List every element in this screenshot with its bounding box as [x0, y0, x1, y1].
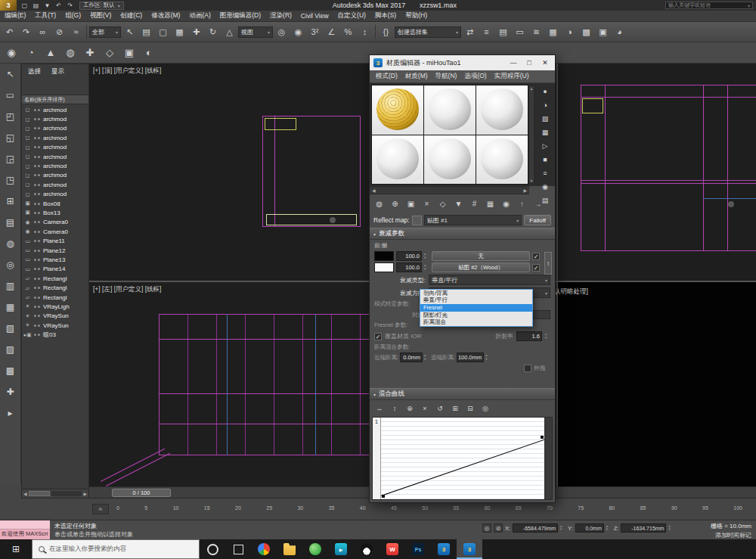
visibility-dots-icon[interactable] [34, 212, 41, 214]
visibility-dots-icon[interactable] [34, 165, 41, 167]
side-color-swatch[interactable] [374, 262, 394, 272]
menu-item[interactable]: 选项(O) [460, 72, 490, 81]
sample-tool-icon[interactable]: ▤ [538, 194, 552, 206]
scene-object-row[interactable]: ▭ Plane14 [22, 265, 88, 274]
swap-colors-button[interactable]: ↕ [544, 252, 552, 275]
viewport-label-left[interactable]: [+] [左] [用户定义] [线框] [93, 285, 161, 294]
extra-toolbar-icon[interactable]: ▣ [120, 44, 138, 62]
far-distance-field[interactable]: 100.0mm [457, 352, 484, 362]
scene-object-row[interactable]: ◉ Camera0 [22, 227, 88, 236]
material-tool-icon[interactable]: ◉ [499, 197, 513, 211]
visibility-dots-icon[interactable] [34, 146, 41, 148]
material-sample-slot[interactable] [424, 85, 476, 135]
front-color-swatch[interactable] [374, 251, 394, 261]
side-map-button[interactable]: 贴图 #2（Wood） [432, 262, 530, 272]
menu-item[interactable]: 材质(M) [401, 72, 432, 81]
task-view-button[interactable] [225, 539, 251, 559]
scene-object-row[interactable]: ◻ archmod [22, 161, 88, 170]
curve-vertical-scrollbar[interactable] [544, 418, 552, 499]
visibility-dots-icon[interactable] [34, 278, 41, 280]
curve-tool-icon[interactable]: ↕ [388, 402, 401, 415]
unlink-icon[interactable]: ⊘ [51, 24, 67, 40]
new-scene-icon[interactable]: ▢ [20, 1, 29, 10]
taskbar-app-button[interactable] [277, 539, 302, 559]
extra-toolbar-icon[interactable]: ✚ [81, 44, 99, 62]
scene-object-row[interactable]: ▱ Rectangl [22, 274, 88, 283]
save-file-icon[interactable]: ▼ [42, 1, 52, 10]
scrollbar-thumb[interactable] [29, 491, 50, 496]
side-toolbar-icon[interactable]: ▧ [2, 320, 19, 337]
menu-item[interactable]: 模式(D) [372, 72, 401, 81]
curve-tool-icon[interactable]: ⊞ [448, 402, 462, 415]
menu-item[interactable]: 工具(T) [30, 11, 60, 20]
select-link-icon[interactable]: ∞ [35, 24, 51, 40]
percent-snap-icon[interactable]: % [340, 24, 356, 40]
scene-object-row[interactable]: ▭ Plane11 [22, 236, 88, 245]
window-crossing-icon[interactable]: ▦ [172, 24, 187, 40]
map-pick-button[interactable] [412, 216, 422, 225]
schematic-view-icon[interactable]: ▦ [545, 24, 561, 40]
visibility-dots-icon[interactable] [34, 127, 41, 129]
visibility-dots-icon[interactable] [34, 137, 41, 139]
add-time-tag-button[interactable]: 添加时间标记 [715, 531, 751, 539]
scene-object-row[interactable]: ◻ archmod [22, 190, 88, 199]
selection-lock-icon[interactable]: ⊘ [494, 523, 503, 533]
scene-object-row[interactable]: ◻ archmod [22, 124, 88, 133]
material-sample-slot[interactable] [476, 135, 528, 185]
scene-object-row[interactable]: ◉ Camera0 [22, 218, 88, 227]
menu-item[interactable]: 组(G) [60, 11, 85, 20]
angle-snap-icon[interactable]: ∠ [324, 24, 339, 40]
scrollbar-track[interactable] [51, 491, 82, 496]
visibility-dots-icon[interactable] [34, 250, 41, 252]
extra-toolbar-icon[interactable]: ◔ [22, 44, 40, 62]
side-toolbar-icon[interactable]: ▥ [2, 278, 19, 294]
scene-object-row[interactable]: ☀ VRayLigh [22, 302, 88, 311]
falloff-type-button[interactable]: Falloff [524, 215, 551, 225]
falloff-type-combo[interactable]: 垂直/平行 [429, 275, 550, 285]
side-toolbar-icon[interactable]: ◳ [2, 172, 19, 188]
side-toolbar-icon[interactable]: ↖ [2, 66, 19, 82]
material-editor-icon[interactable]: ◑ [562, 24, 578, 40]
use-pivot-center-icon[interactable]: ◎ [274, 24, 290, 40]
redo-icon[interactable]: ↷ [65, 1, 75, 10]
taskbar-app-button[interactable] [251, 539, 277, 559]
mix-curve-editor[interactable]: 1 [372, 417, 553, 500]
material-tool-icon[interactable]: ⊕ [388, 197, 402, 211]
side-toolbar-icon[interactable]: ◍ [2, 235, 19, 252]
scene-object-row[interactable]: ◻ archmod [22, 152, 88, 161]
override-ior-checkbox[interactable]: ✓ [374, 333, 382, 340]
select-scale-icon[interactable]: △ [222, 24, 237, 40]
selection-filter-combo[interactable]: 全部 [89, 26, 121, 38]
reference-coordinate-combo[interactable]: 视图 [238, 26, 273, 38]
mini-curve-editor-icon[interactable] [92, 504, 109, 514]
visibility-dots-icon[interactable] [34, 315, 41, 317]
visibility-dots-icon[interactable] [34, 184, 41, 186]
extrapolate-checkbox[interactable] [524, 365, 531, 372]
material-tool-icon[interactable]: # [467, 197, 482, 211]
render-setup-icon[interactable]: ▩ [578, 24, 594, 40]
minimize-button[interactable]: — [507, 59, 519, 67]
ior-spinner[interactable] [545, 332, 550, 341]
front-amount-spinner[interactable] [424, 252, 429, 261]
tab-display[interactable]: 显示 [51, 67, 64, 76]
scene-object-row[interactable]: ▱ Rectangl [22, 283, 88, 292]
side-map-checkbox[interactable]: ✓ [532, 264, 540, 272]
scene-object-row[interactable]: ▱ Rectangl [22, 293, 88, 302]
curve-plot-area[interactable] [381, 418, 544, 499]
z-spinner[interactable] [668, 523, 674, 533]
material-sample-slot[interactable] [424, 135, 476, 185]
dropdown-option-selected[interactable]: Fresnel [420, 304, 532, 312]
curve-tool-icon[interactable]: ↺ [433, 402, 447, 415]
side-toolbar-icon[interactable]: ▨ [2, 341, 19, 358]
material-sample-slot[interactable] [372, 85, 423, 135]
isolate-selection-icon[interactable]: ◎ [482, 523, 491, 533]
taskbar-app-button[interactable]: ▶ [328, 539, 354, 559]
scene-object-row[interactable]: ◻ archmod [22, 180, 88, 189]
select-object-icon[interactable]: ↖ [122, 24, 138, 40]
menu-item[interactable]: 创建(C) [116, 11, 147, 20]
named-selection-set-combo[interactable]: 创建选择集 [395, 26, 461, 38]
menu-item[interactable]: 帮助(H) [401, 11, 432, 20]
redo-icon[interactable]: ↷ [18, 24, 34, 40]
scene-object-row[interactable]: ◻ archmod [22, 133, 88, 142]
taskbar-app-button[interactable] [302, 539, 328, 559]
